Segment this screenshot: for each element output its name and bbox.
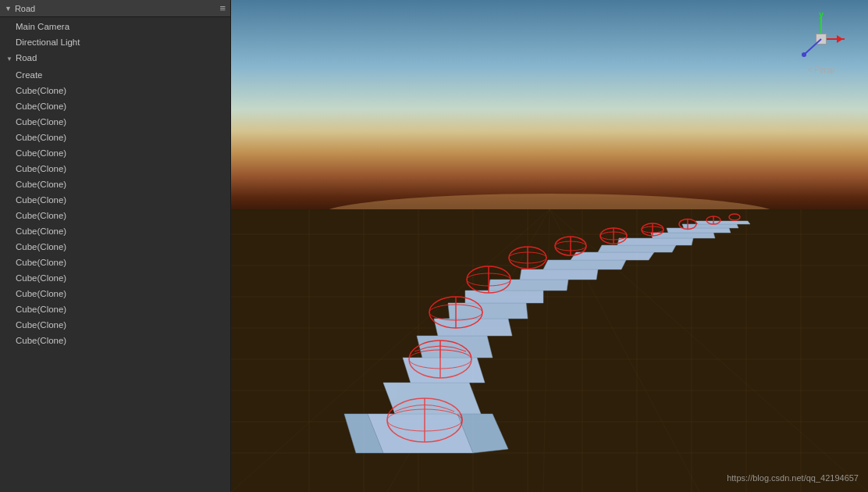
hierarchy-item-cube-4[interactable]: Cube(Clone): [0, 130, 230, 145]
svg-marker-35: [543, 260, 626, 269]
hierarchy-item-cube-5[interactable]: Cube(Clone): [0, 145, 230, 161]
hierarchy-item-cube-2[interactable]: Cube(Clone): [0, 98, 230, 114]
hierarchy-item-cube-8[interactable]: Cube(Clone): [0, 192, 230, 208]
svg-marker-41: [682, 224, 738, 228]
hierarchy-list: Main CameraDirectional LightRoadCreateCu…: [0, 17, 230, 492]
hierarchy-item-cube-15[interactable]: Cube(Clone): [0, 301, 230, 317]
gizmo-axes: y: [790, 8, 852, 70]
hierarchy-panel: ▼ Road ≡ Main CameraDirectional LightRoa…: [0, 0, 231, 492]
svg-point-78: [802, 52, 806, 57]
svg-marker-74: [368, 414, 473, 453]
hierarchy-item-cube-7[interactable]: Cube(Clone): [0, 176, 230, 192]
hierarchy-item-cube-3[interactable]: Cube(Clone): [0, 114, 230, 130]
svg-marker-32: [465, 291, 543, 303]
svg-marker-38: [617, 238, 693, 245]
scene-view[interactable]: y < Persp https://blog.csdn.net/qq_42194…: [231, 0, 868, 492]
svg-rect-0: [231, 0, 868, 219]
hierarchy-item-cube-11[interactable]: Cube(Clone): [0, 239, 230, 255]
hierarchy-item-create[interactable]: Create: [0, 67, 230, 83]
gizmo-z-axis: [790, 8, 852, 70]
hierarchy-item-main-camera[interactable]: Main Camera: [0, 19, 230, 34]
hierarchy-item-cube-1[interactable]: Cube(Clone): [0, 83, 230, 98]
svg-rect-2: [231, 209, 868, 492]
svg-marker-76: [403, 358, 485, 383]
svg-marker-37: [598, 245, 676, 252]
hierarchy-item-cube-6[interactable]: Cube(Clone): [0, 161, 230, 176]
svg-marker-40: [667, 228, 731, 233]
svg-marker-34: [520, 269, 598, 280]
svg-marker-42: [695, 221, 750, 224]
scene-svg: [231, 0, 868, 492]
hierarchy-item-cube-14[interactable]: Cube(Clone): [0, 286, 230, 301]
hierarchy-item-cube-10[interactable]: Cube(Clone): [0, 223, 230, 239]
hierarchy-item-cube-12[interactable]: Cube(Clone): [0, 255, 230, 270]
svg-marker-75: [383, 383, 481, 414]
svg-marker-31: [448, 303, 528, 319]
hierarchy-title: Road: [15, 4, 35, 13]
watermark-text: https://blog.csdn.net/qq_42194657: [727, 473, 859, 483]
hierarchy-header-left: ▼ Road: [5, 4, 35, 13]
svg-marker-29: [417, 336, 493, 358]
hierarchy-item-cube-9[interactable]: Cube(Clone): [0, 208, 230, 223]
hierarchy-item-cube-16[interactable]: Cube(Clone): [0, 317, 230, 333]
hierarchy-item-road[interactable]: Road: [0, 50, 230, 67]
hierarchy-item-directional-light[interactable]: Directional Light: [0, 34, 230, 50]
svg-line-77: [804, 39, 821, 55]
hierarchy-item-cube-17[interactable]: Cube(Clone): [0, 333, 230, 348]
hierarchy-menu-icon[interactable]: ≡: [219, 2, 226, 14]
hierarchy-expand-icon: ▼: [5, 5, 12, 12]
hierarchy-header: ▼ Road ≡: [0, 0, 230, 17]
svg-marker-36: [571, 252, 654, 260]
hierarchy-item-cube-13[interactable]: Cube(Clone): [0, 270, 230, 286]
navigation-gizmo[interactable]: y < Persp: [790, 8, 852, 94]
